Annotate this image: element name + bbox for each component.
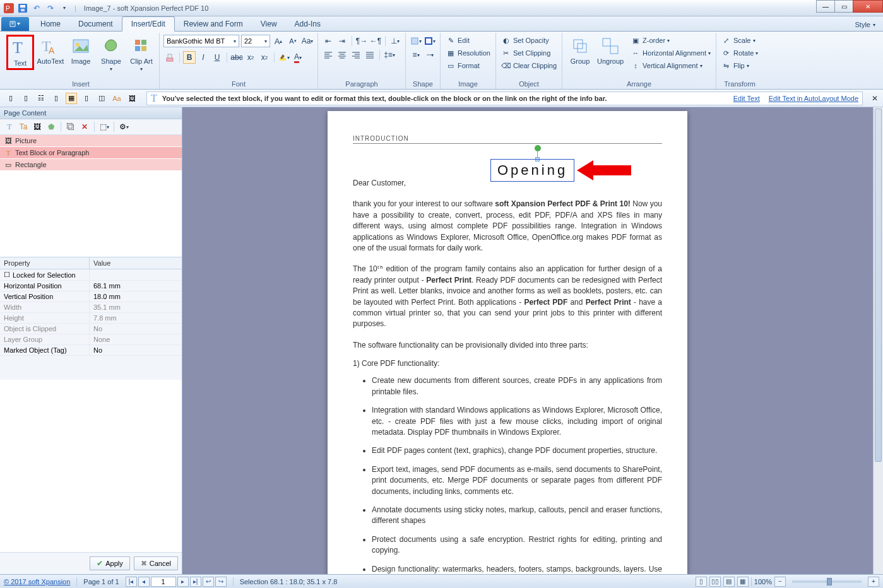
zoom-slider-thumb[interactable] [827,578,832,585]
pt-copy-icon[interactable]: ⿻ [65,121,76,132]
tab-insert-edit[interactable]: Insert/Edit [122,16,175,32]
image-edit-button[interactable]: ✎Edit [444,35,492,46]
property-row[interactable]: Height7.8 mm [0,313,182,324]
maximize-button[interactable]: ▭ [834,0,853,13]
property-row[interactable]: ☐Locked for Selection [0,269,182,281]
shape-fill-button[interactable]: ▾ [410,35,422,47]
change-case-button[interactable]: Aa▾ [301,35,314,47]
pt-delete-icon[interactable]: ✕ [79,121,90,132]
tab-review-form[interactable]: Review and Form [175,17,252,31]
shape-outline-button[interactable]: ▾ [424,35,436,47]
rotate-button[interactable]: ⟳Rotate▾ [720,47,759,59]
subscript-button[interactable]: x2 [244,51,257,64]
increase-indent-button[interactable]: ⇥ [336,35,348,47]
undo-icon[interactable]: ↶ [32,3,42,13]
zoom-out-button[interactable]: − [774,577,786,587]
highlight-button[interactable]: ▾ [278,51,290,64]
clear-clipping-button[interactable]: ⌫Clear Clipping [500,60,558,71]
halign-button[interactable]: ↔Horizontal Alignment▾ [629,47,712,59]
copyright-link[interactable]: © 2017 soft Xpansion [4,578,70,585]
property-row[interactable]: Vertical Position18.0 mm [0,291,182,302]
property-row[interactable]: Layer GroupNone [0,334,182,345]
cancel-button[interactable]: ✖Cancel [134,556,178,570]
valign-button[interactable]: ↕Vertical Alignment▾ [629,60,712,71]
image-resolution-button[interactable]: ▦Resolution [444,47,492,59]
document-area[interactable]: INTRODUCTION Opening Dear Customer, than… [182,107,883,574]
zoom-in-button[interactable]: + [868,577,879,587]
line-spacing-button[interactable]: ‡≡▾ [383,49,396,61]
justify-button[interactable] [364,49,376,61]
zorder-button[interactable]: ▣Z-order▾ [629,35,712,46]
save-icon[interactable] [18,3,28,13]
pt-autotext-icon[interactable]: Ta [18,121,29,132]
last-page-button[interactable]: ▸| [190,577,201,587]
tool-icon-1[interactable]: ▯ [5,93,16,104]
minimize-button[interactable]: — [816,0,835,13]
selected-text-block[interactable]: Opening [490,159,574,182]
pdf-page[interactable]: INTRODUCTION Opening Dear Customer, than… [328,111,687,574]
nav-back-button[interactable]: ↩ [203,577,214,587]
property-row[interactable]: Marked Object (Tag)No [0,345,182,356]
pt-image-icon[interactable]: 🖼 [32,121,43,132]
insert-image-button[interactable]: Image [67,35,95,66]
list-item[interactable]: ▭ Rectangle [0,159,182,171]
zoom-percent[interactable]: 100% [754,578,772,585]
list-item[interactable]: T Text Block or Paragraph [0,147,182,159]
ungroup-button[interactable]: Ungroup [596,35,624,66]
font-size-combo[interactable]: 22▾ [241,35,270,47]
clear-format-button[interactable] [163,51,176,64]
pt-text-icon[interactable]: T [4,121,15,132]
align-right-button[interactable] [350,49,362,61]
pt-options-icon[interactable]: ⚙▾ [118,121,129,132]
file-button[interactable] [1,17,29,31]
tool-icon-8[interactable]: Aa [111,93,122,104]
edit-text-autolayout-link[interactable]: Edit Text in AutoLayout Mode [769,95,858,102]
tool-icon-4[interactable]: ▯ [50,93,62,104]
property-row[interactable]: Horizontal Position68.1 mm [0,281,182,291]
image-format-button[interactable]: ▭Format [444,60,492,71]
tool-icon-5[interactable]: ▦ [66,93,77,104]
style-dropdown[interactable]: Style▾ [848,18,883,31]
property-row[interactable]: Object is ClippedNo [0,324,182,334]
page-number-input[interactable] [151,577,176,587]
redo-icon[interactable]: ↷ [45,3,56,13]
scale-button[interactable]: ⤢Scale▾ [720,35,759,46]
pt-select-icon[interactable]: ⬚▾ [98,121,110,132]
line-style-button[interactable]: ≡▾ [410,49,422,61]
rotation-handle[interactable] [535,145,541,151]
property-row[interactable]: Width35.1 mm [0,302,182,313]
tool-icon-7[interactable]: ◫ [96,93,107,104]
shrink-font-button[interactable]: A▾ [287,35,299,47]
tab-stops-button[interactable]: ⊥▾ [389,35,401,47]
insert-shape-button[interactable]: Shape ▾ [97,35,125,73]
insert-clipart-button[interactable]: Clip Art ▾ [127,35,155,73]
tool-icon-3[interactable]: ☷ [35,93,47,104]
next-page-button[interactable]: ▸ [177,577,189,587]
italic-button[interactable]: I [197,51,210,64]
tab-view[interactable]: View [252,17,286,31]
underline-button[interactable]: U [211,51,223,64]
align-center-button[interactable] [336,49,348,61]
align-left-button[interactable] [322,49,335,61]
flip-button[interactable]: ⇋Flip▾ [720,60,759,71]
tab-home[interactable]: Home [32,17,69,31]
tool-icon-9[interactable]: 🖼 [126,93,138,104]
prev-page-button[interactable]: ◂ [138,577,150,587]
tool-icon-6[interactable]: ▯ [81,93,92,104]
tab-document[interactable]: Document [69,17,122,31]
edit-text-link[interactable]: Edit Text [733,95,760,102]
apply-button[interactable]: ✔Apply [90,556,130,570]
insert-autotext-button[interactable]: TA AutoText [37,35,64,66]
set-opacity-button[interactable]: ◐Set Opacity [500,35,558,46]
vertical-scrollbar[interactable] [873,107,883,574]
set-clipping-button[interactable]: ✂Set Clipping [500,47,558,59]
zoom-slider[interactable] [792,580,862,583]
bold-button[interactable]: B [183,51,196,64]
view-mode-1[interactable]: ▯ [696,577,707,587]
tab-addins[interactable]: Add-Ins [286,17,329,31]
pt-shape-icon[interactable]: ⬟ [45,121,57,132]
font-family-combo[interactable]: BankGothic Md BT▾ [163,35,239,47]
close-button[interactable]: ✕ [853,0,883,13]
list-item[interactable]: 🖼 Picture [0,135,182,147]
qat-dropdown-icon[interactable]: ▾ [59,3,69,13]
